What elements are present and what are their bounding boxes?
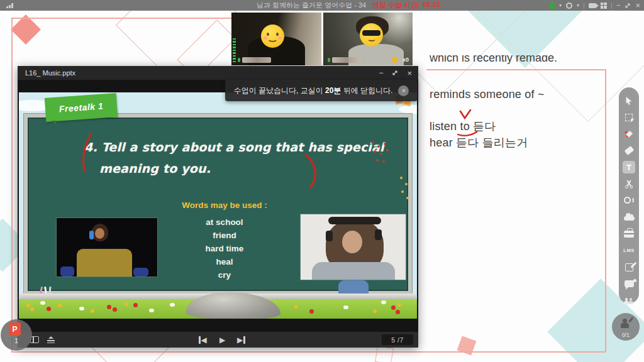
document-count: 1 bbox=[1, 337, 32, 344]
audio-level-meter bbox=[233, 37, 236, 63]
word-item: heal bbox=[162, 257, 287, 266]
webcam-status-icon[interactable] bbox=[566, 3, 572, 9]
extension-timer: 연장 수업 시간: 08:02 bbox=[372, 1, 440, 10]
photo-woman-black-headphones bbox=[301, 214, 406, 280]
white-flowers bbox=[40, 301, 45, 305]
page-border-bottom bbox=[11, 351, 606, 353]
cloud-decor bbox=[399, 105, 417, 114]
mic-status-icon[interactable] bbox=[550, 3, 555, 9]
webcam-video-teacher[interactable] bbox=[231, 13, 321, 65]
decor-pink-square-solid bbox=[457, 336, 477, 356]
session-info: 님과 함께하는 즐거운 영어수업 - 34 연장 수업 시간: 08:02 bbox=[257, 0, 440, 11]
laser-pointer-tool[interactable] bbox=[621, 193, 636, 208]
select-tool[interactable] bbox=[621, 110, 636, 125]
video-toggle-icon[interactable] bbox=[589, 3, 596, 8]
chat-tool[interactable] bbox=[621, 277, 636, 292]
signal-strength-icon bbox=[6, 3, 15, 8]
layout-grid-icon[interactable] bbox=[601, 3, 607, 9]
word-item: friend bbox=[162, 231, 287, 240]
screen: which is recently remade. reminds someon… bbox=[0, 0, 644, 362]
yellow-dots-decor bbox=[400, 177, 402, 179]
trophy-score: x0 bbox=[402, 57, 409, 63]
note-listen-pre: listen bbox=[430, 120, 457, 133]
slide-canvas[interactable]: Freetalk 1 4. Tell a story about a song … bbox=[19, 92, 417, 319]
raise-hand-button[interactable]: 0/1 bbox=[612, 313, 640, 341]
app-top-bar: 님과 함께하는 즐거운 영어수업 - 34 연장 수업 시간: 08:02 ▾ … bbox=[0, 0, 644, 11]
yellow-flowers bbox=[30, 307, 34, 311]
ppt-document-window: L16_ Music.pptx − × Freetalk 1 4. Tell a… bbox=[18, 66, 418, 348]
minimize-window-button[interactable]: − bbox=[616, 2, 620, 9]
toast-message: 수업이 끝났습니다, 교실이 20분 뒤에 닫힙니다. bbox=[234, 85, 393, 96]
red-slash-annotation bbox=[77, 133, 93, 173]
ppt-window-controls: − × bbox=[379, 66, 412, 80]
mic-dropdown-icon[interactable]: ▾ bbox=[559, 3, 562, 8]
class-ended-toast: 수업이 끝났습니다, 교실이 20분 뒤에 닫힙니다. × bbox=[225, 80, 418, 101]
webcam-dropdown-icon[interactable]: ▾ bbox=[577, 3, 579, 8]
open-document-button[interactable]: P 1 bbox=[1, 319, 32, 351]
compose-tool[interactable] bbox=[621, 260, 636, 275]
note-line-listen: listen to 듣다 bbox=[430, 119, 496, 134]
eraser-tool[interactable] bbox=[621, 143, 636, 158]
outline-view-icon[interactable] bbox=[47, 332, 55, 348]
expand-button[interactable] bbox=[392, 70, 398, 76]
slide-prompt-line2: meaning to you. bbox=[99, 162, 211, 175]
page-indicator: 5 /7 bbox=[382, 334, 413, 345]
red-dots-decor bbox=[371, 141, 374, 144]
word-item: hard time bbox=[162, 244, 287, 253]
play-button[interactable]: ▶ bbox=[219, 332, 225, 348]
note-listen-to: to bbox=[460, 120, 469, 133]
text-tool[interactable]: T bbox=[621, 160, 636, 175]
trophy-icon bbox=[392, 57, 397, 62]
page-border-left bbox=[11, 18, 13, 351]
mic-icon bbox=[238, 58, 240, 62]
close-window-button[interactable]: × bbox=[635, 1, 640, 9]
participants-tool[interactable] bbox=[621, 293, 636, 308]
note-line-remade: which is recently remade. bbox=[430, 55, 557, 67]
minimize-button[interactable]: − bbox=[379, 69, 383, 77]
session-title: 님과 함께하는 즐거운 영어수업 - 34 bbox=[257, 1, 366, 10]
top-bar-controls: ▾ ▾ − × bbox=[550, 0, 640, 11]
word-item: at school bbox=[162, 217, 287, 227]
ppt-window-title: L16_ Music.pptx bbox=[25, 69, 75, 77]
close-button[interactable]: × bbox=[407, 69, 412, 77]
page-border-right bbox=[605, 69, 606, 352]
photo-woman-blue-headphones bbox=[57, 218, 157, 277]
pen-tool[interactable] bbox=[621, 126, 636, 141]
separator bbox=[611, 3, 612, 9]
previous-slide-button[interactable]: ◀ bbox=[199, 332, 207, 348]
ppt-window-titlebar[interactable]: L16_ Music.pptx − × bbox=[18, 66, 418, 80]
lms-tool[interactable]: LMS bbox=[621, 243, 636, 258]
cloud-upload-tool[interactable] bbox=[621, 210, 636, 225]
powerpoint-file-icon: P bbox=[9, 322, 21, 336]
note-line-hear: hear 듣다 들리는거 bbox=[430, 135, 528, 150]
page-border-top-left bbox=[11, 18, 231, 19]
resize-window-button[interactable] bbox=[625, 3, 631, 9]
participant-name-blurred bbox=[332, 57, 361, 63]
raise-hand-icon bbox=[621, 319, 629, 327]
ppt-bottom-toolbar: ◀ ▶ ▶ 5 /7 bbox=[18, 332, 418, 348]
decor-salmon-diamond bbox=[11, 14, 41, 45]
slide-prompt-line1: 4. Tell a story about a song that has sp… bbox=[84, 140, 384, 154]
webcam-video-student[interactable]: x0 bbox=[323, 13, 413, 65]
toast-close-icon[interactable]: × bbox=[398, 85, 409, 96]
smiley-emoji-face bbox=[261, 25, 284, 48]
freetalk-label: Freetalk 1 bbox=[45, 93, 118, 122]
note-line-reminds: reminds someone of ~ bbox=[430, 88, 545, 101]
page-break-top-right bbox=[426, 69, 606, 70]
sunglasses-emoji-face bbox=[360, 23, 383, 47]
words-title: Words may be used : bbox=[162, 200, 287, 210]
drawing-toolbar: T LMS bbox=[619, 87, 639, 304]
scissors-tool[interactable] bbox=[621, 177, 636, 192]
pointer-tool[interactable] bbox=[621, 93, 636, 108]
decor-pink-square-outline bbox=[375, 346, 394, 362]
next-slide-button[interactable]: ▶ bbox=[237, 332, 245, 348]
red-hook-annotation bbox=[303, 153, 322, 190]
mic-icon bbox=[328, 58, 330, 62]
separator bbox=[584, 3, 584, 9]
briefcase-tool[interactable] bbox=[621, 226, 636, 241]
red-check-annotation bbox=[459, 109, 472, 119]
red-flowers bbox=[107, 305, 111, 309]
word-item: cry bbox=[162, 270, 287, 280]
participant-name-blurred bbox=[242, 57, 271, 63]
raise-hand-count: 0/1 bbox=[612, 332, 640, 338]
